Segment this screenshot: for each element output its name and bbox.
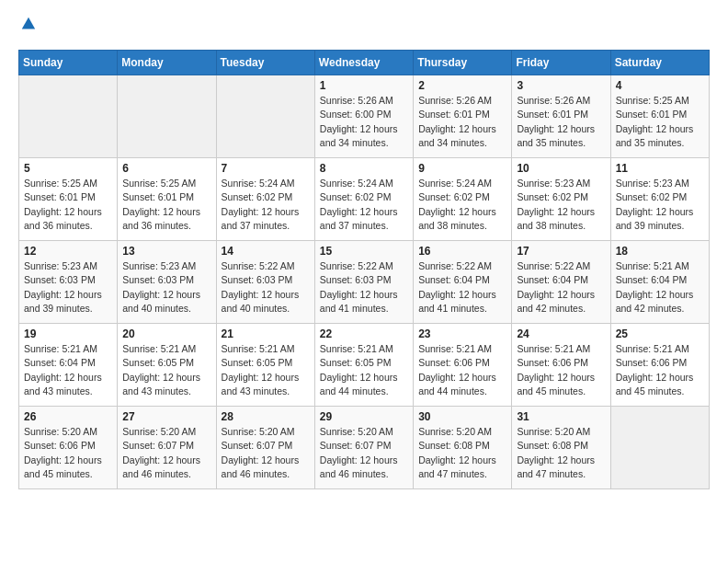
- svg-marker-0: [22, 17, 35, 29]
- header-friday: Friday: [512, 51, 610, 75]
- calendar-cell: 27Sunrise: 5:20 AMSunset: 6:07 PMDayligh…: [118, 407, 216, 489]
- header-sunday: Sunday: [19, 51, 118, 75]
- day-number: 21: [222, 327, 310, 340]
- header-wednesday: Wednesday: [314, 51, 413, 75]
- day-info: Sunrise: 5:23 AMSunset: 6:03 PMDaylight:…: [122, 259, 210, 316]
- calendar-cell: 7Sunrise: 5:24 AMSunset: 6:02 PMDaylight…: [216, 158, 314, 241]
- day-number: 20: [122, 327, 210, 340]
- calendar-cell: 6Sunrise: 5:25 AMSunset: 6:01 PMDaylight…: [118, 158, 216, 241]
- day-number: 22: [320, 327, 408, 340]
- day-info: Sunrise: 5:24 AMSunset: 6:02 PMDaylight:…: [418, 177, 506, 233]
- calendar-cell: 8Sunrise: 5:24 AMSunset: 6:02 PMDaylight…: [314, 158, 413, 241]
- calendar-cell: 19Sunrise: 5:21 AMSunset: 6:04 PMDayligh…: [19, 324, 118, 407]
- day-info: Sunrise: 5:20 AMSunset: 6:06 PMDaylight:…: [24, 425, 112, 481]
- day-number: 10: [517, 162, 605, 175]
- day-info: Sunrise: 5:22 AMSunset: 6:03 PMDaylight:…: [222, 259, 310, 316]
- day-number: 23: [418, 327, 506, 340]
- header-tuesday: Tuesday: [216, 51, 314, 75]
- calendar-cell: 12Sunrise: 5:23 AMSunset: 6:03 PMDayligh…: [19, 241, 118, 324]
- day-number: 18: [616, 245, 704, 258]
- calendar-cell: 15Sunrise: 5:22 AMSunset: 6:03 PMDayligh…: [314, 241, 413, 324]
- header-monday: Monday: [118, 51, 216, 75]
- day-info: Sunrise: 5:20 AMSunset: 6:08 PMDaylight:…: [517, 425, 605, 481]
- day-number: 13: [122, 245, 210, 258]
- day-number: 31: [517, 410, 605, 423]
- day-info: Sunrise: 5:21 AMSunset: 6:06 PMDaylight:…: [616, 342, 704, 398]
- logo: [18, 18, 37, 40]
- calendar-cell: [610, 407, 709, 489]
- day-number: 16: [418, 245, 506, 258]
- day-info: Sunrise: 5:22 AMSunset: 6:04 PMDaylight:…: [418, 259, 506, 316]
- day-info: Sunrise: 5:24 AMSunset: 6:02 PMDaylight:…: [320, 177, 408, 233]
- day-info: Sunrise: 5:21 AMSunset: 6:04 PMDaylight:…: [24, 342, 112, 398]
- calendar-cell: 3Sunrise: 5:26 AMSunset: 6:01 PMDaylight…: [512, 75, 610, 158]
- day-info: Sunrise: 5:20 AMSunset: 6:07 PMDaylight:…: [320, 425, 408, 481]
- day-info: Sunrise: 5:21 AMSunset: 6:04 PMDaylight:…: [616, 259, 704, 316]
- calendar-cell: 23Sunrise: 5:21 AMSunset: 6:06 PMDayligh…: [414, 324, 512, 407]
- calendar-cell: 10Sunrise: 5:23 AMSunset: 6:02 PMDayligh…: [512, 158, 610, 241]
- calendar-cell: 24Sunrise: 5:21 AMSunset: 6:06 PMDayligh…: [512, 324, 610, 407]
- calendar-cell: 26Sunrise: 5:20 AMSunset: 6:06 PMDayligh…: [19, 407, 118, 489]
- day-info: Sunrise: 5:23 AMSunset: 6:03 PMDaylight:…: [24, 259, 112, 316]
- day-number: 7: [222, 162, 310, 175]
- week-row-4: 19Sunrise: 5:21 AMSunset: 6:04 PMDayligh…: [19, 324, 710, 407]
- day-info: Sunrise: 5:25 AMSunset: 6:01 PMDaylight:…: [122, 177, 210, 233]
- week-row-5: 26Sunrise: 5:20 AMSunset: 6:06 PMDayligh…: [19, 407, 710, 489]
- day-info: Sunrise: 5:25 AMSunset: 6:01 PMDaylight:…: [616, 94, 704, 150]
- day-number: 14: [222, 245, 310, 258]
- page-header: [18, 18, 710, 40]
- day-number: 5: [24, 162, 112, 175]
- day-number: 28: [222, 410, 310, 423]
- day-info: Sunrise: 5:20 AMSunset: 6:07 PMDaylight:…: [122, 425, 210, 481]
- logo-icon: [20, 16, 37, 32]
- day-info: Sunrise: 5:21 AMSunset: 6:05 PMDaylight:…: [222, 342, 310, 398]
- calendar-cell: 18Sunrise: 5:21 AMSunset: 6:04 PMDayligh…: [610, 241, 709, 324]
- day-number: 15: [320, 245, 408, 258]
- day-info: Sunrise: 5:23 AMSunset: 6:02 PMDaylight:…: [616, 177, 704, 233]
- calendar-cell: 21Sunrise: 5:21 AMSunset: 6:05 PMDayligh…: [216, 324, 314, 407]
- calendar-cell: 5Sunrise: 5:25 AMSunset: 6:01 PMDaylight…: [19, 158, 118, 241]
- day-number: 4: [616, 79, 704, 92]
- day-number: 19: [24, 327, 112, 340]
- calendar-table: SundayMondayTuesdayWednesdayThursdayFrid…: [18, 50, 710, 489]
- calendar-cell: 9Sunrise: 5:24 AMSunset: 6:02 PMDaylight…: [414, 158, 512, 241]
- day-info: Sunrise: 5:26 AMSunset: 6:01 PMDaylight:…: [418, 94, 506, 150]
- day-number: 26: [24, 410, 112, 423]
- calendar-cell: 25Sunrise: 5:21 AMSunset: 6:06 PMDayligh…: [610, 324, 709, 407]
- week-row-2: 5Sunrise: 5:25 AMSunset: 6:01 PMDaylight…: [19, 158, 710, 241]
- logo-text: [18, 18, 37, 40]
- week-row-3: 12Sunrise: 5:23 AMSunset: 6:03 PMDayligh…: [19, 241, 710, 324]
- calendar-cell: [118, 75, 216, 158]
- calendar-cell: 11Sunrise: 5:23 AMSunset: 6:02 PMDayligh…: [610, 158, 709, 241]
- day-info: Sunrise: 5:26 AMSunset: 6:00 PMDaylight:…: [320, 94, 408, 150]
- day-number: 3: [517, 79, 605, 92]
- day-info: Sunrise: 5:22 AMSunset: 6:03 PMDaylight:…: [320, 259, 408, 316]
- day-number: 8: [320, 162, 408, 175]
- day-number: 12: [24, 245, 112, 258]
- day-info: Sunrise: 5:20 AMSunset: 6:07 PMDaylight:…: [222, 425, 310, 481]
- day-number: 9: [418, 162, 506, 175]
- header-saturday: Saturday: [610, 51, 709, 75]
- calendar-cell: 14Sunrise: 5:22 AMSunset: 6:03 PMDayligh…: [216, 241, 314, 324]
- day-info: Sunrise: 5:26 AMSunset: 6:01 PMDaylight:…: [517, 94, 605, 150]
- calendar-cell: [216, 75, 314, 158]
- day-info: Sunrise: 5:21 AMSunset: 6:05 PMDaylight:…: [122, 342, 210, 398]
- calendar-cell: 2Sunrise: 5:26 AMSunset: 6:01 PMDaylight…: [414, 75, 512, 158]
- header-thursday: Thursday: [414, 51, 512, 75]
- day-info: Sunrise: 5:21 AMSunset: 6:06 PMDaylight:…: [517, 342, 605, 398]
- calendar-cell: 16Sunrise: 5:22 AMSunset: 6:04 PMDayligh…: [414, 241, 512, 324]
- day-number: 30: [418, 410, 506, 423]
- calendar-cell: 13Sunrise: 5:23 AMSunset: 6:03 PMDayligh…: [118, 241, 216, 324]
- calendar-cell: [19, 75, 118, 158]
- day-number: 24: [517, 327, 605, 340]
- calendar-cell: 1Sunrise: 5:26 AMSunset: 6:00 PMDaylight…: [314, 75, 413, 158]
- calendar-cell: 30Sunrise: 5:20 AMSunset: 6:08 PMDayligh…: [414, 407, 512, 489]
- calendar-cell: 4Sunrise: 5:25 AMSunset: 6:01 PMDaylight…: [610, 75, 709, 158]
- day-number: 17: [517, 245, 605, 258]
- calendar-header-row: SundayMondayTuesdayWednesdayThursdayFrid…: [19, 51, 710, 75]
- day-info: Sunrise: 5:20 AMSunset: 6:08 PMDaylight:…: [418, 425, 506, 481]
- calendar-cell: 28Sunrise: 5:20 AMSunset: 6:07 PMDayligh…: [216, 407, 314, 489]
- calendar-body: 1Sunrise: 5:26 AMSunset: 6:00 PMDaylight…: [19, 75, 710, 489]
- day-info: Sunrise: 5:25 AMSunset: 6:01 PMDaylight:…: [24, 177, 112, 233]
- day-info: Sunrise: 5:24 AMSunset: 6:02 PMDaylight:…: [222, 177, 310, 233]
